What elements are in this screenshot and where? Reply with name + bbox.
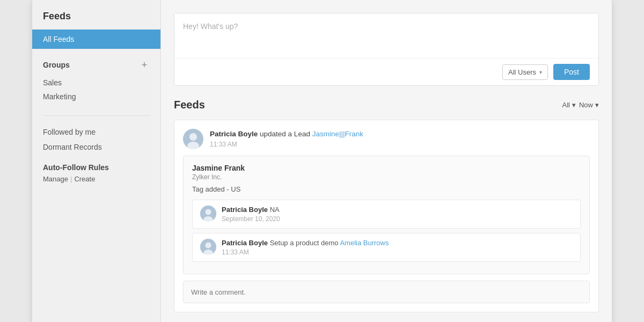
main-content: All Users ▾ Post Feeds All ▾ Now ▾ <box>161 0 612 322</box>
create-link[interactable]: Create <box>74 175 95 183</box>
sub-activity-2: Patricia Boyle Setup a product demo Amel… <box>192 233 581 262</box>
feed-item-header: Patricia Boyle updated a Lead Jasmine|||… <box>183 129 590 149</box>
feed-lead-link[interactable]: Jasmine|||Frank <box>312 130 363 138</box>
sub-author-2: Patricia Boyle <box>222 239 268 247</box>
sub-timestamp-1: September 10, 2020 <box>222 215 573 223</box>
feed-item-text: Patricia Boyle updated a Lead Jasmine|||… <box>210 129 590 140</box>
feed-item: Patricia Boyle updated a Lead Jasmine|||… <box>174 120 599 312</box>
filter-all-dropdown[interactable]: All ▾ <box>562 101 576 109</box>
feeds-header: Feeds All ▾ Now ▾ <box>174 99 599 111</box>
feed-item-meta: Patricia Boyle updated a Lead Jasmine|||… <box>210 129 590 148</box>
svg-point-1 <box>189 133 197 141</box>
svg-point-7 <box>206 243 211 248</box>
sidebar-item-followed-by-me[interactable]: Followed by me <box>43 125 150 140</box>
sub-activity-2-link[interactable]: Amelia Burrows <box>340 239 389 247</box>
feed-card: Jasmine Frank Zylker Inc. Tag added - US <box>183 156 590 274</box>
sub-author-1: Patricia Boyle <box>222 206 268 214</box>
filter-now-chevron: ▾ <box>595 101 599 109</box>
manage-link[interactable]: Manage <box>43 175 68 183</box>
sub-avatar-1 <box>200 206 216 222</box>
post-button[interactable]: Post <box>553 64 590 80</box>
sub-activity-2-text: Patricia Boyle Setup a product demo Amel… <box>222 239 573 247</box>
sub-activity-2-content: Patricia Boyle Setup a product demo Amel… <box>222 239 573 256</box>
audience-label: All Users <box>508 68 536 76</box>
feed-author: Patricia Boyle <box>210 130 258 138</box>
post-textarea[interactable] <box>174 13 598 56</box>
sidebar-item-sales[interactable]: Sales <box>43 76 150 90</box>
filter-now-dropdown[interactable]: Now ▾ <box>579 101 599 109</box>
sub-timestamp-2: 11:33 AM <box>222 248 573 256</box>
sidebar-groups-title: Groups <box>43 61 70 69</box>
audience-dropdown[interactable]: All Users ▾ <box>502 64 548 80</box>
app-container: Feeds All Feeds Groups + Sales Marketing… <box>32 0 612 322</box>
sub-avatar-2 <box>200 239 216 255</box>
post-actions: All Users ▾ Post <box>174 58 598 85</box>
sub-activity-1-text: Patricia Boyle NA <box>222 206 573 214</box>
filter-all-chevron: ▾ <box>572 101 576 109</box>
sidebar-auto-follow-section: Auto-Follow Rules Manage | Create <box>32 155 160 183</box>
chevron-down-icon: ▾ <box>539 69 542 75</box>
post-box: All Users ▾ Post <box>174 13 599 86</box>
feeds-section-title: Feeds <box>174 99 205 111</box>
add-group-button[interactable]: + <box>139 60 150 70</box>
sidebar-groups-header: Groups + <box>43 60 150 70</box>
sub-action-text: Setup a product demo <box>270 239 339 247</box>
feed-action: updated a Lead <box>260 130 312 138</box>
sidebar-groups-section: Groups + Sales Marketing <box>32 49 160 107</box>
filter-now-label: Now <box>579 101 593 109</box>
sidebar-item-marketing[interactable]: Marketing <box>43 90 150 104</box>
sidebar-item-dormant-records[interactable]: Dormant Records <box>43 140 150 155</box>
card-company: Zylker Inc. <box>192 173 581 181</box>
sidebar: Feeds All Feeds Groups + Sales Marketing… <box>32 0 161 322</box>
auto-follow-title: Auto-Follow Rules <box>43 163 150 172</box>
pipe-divider: | <box>70 175 72 183</box>
filter-all-label: All <box>562 101 570 109</box>
sub-activity-1-na: NA <box>270 206 280 214</box>
feed-timestamp: 11:33 AM <box>210 141 590 148</box>
card-tag: Tag added - US <box>192 185 581 193</box>
sidebar-title: Feeds <box>32 11 160 30</box>
sub-activity-1-content: Patricia Boyle NA September 10, 2020 <box>222 206 573 223</box>
sub-activity-1: Patricia Boyle NA September 10, 2020 <box>192 200 581 229</box>
card-name: Jasmine Frank <box>192 164 581 172</box>
comment-input[interactable] <box>191 288 582 296</box>
auto-follow-links: Manage | Create <box>43 175 150 183</box>
plus-icon: + <box>142 60 148 70</box>
sidebar-divider <box>43 115 150 116</box>
svg-point-4 <box>206 209 211 215</box>
feeds-filters: All ▾ Now ▾ <box>562 101 599 109</box>
sidebar-standalone-section: Followed by me Dormant Records <box>32 125 160 155</box>
avatar <box>183 129 203 149</box>
sidebar-item-all-feeds[interactable]: All Feeds <box>32 30 160 49</box>
comment-box <box>183 281 590 303</box>
